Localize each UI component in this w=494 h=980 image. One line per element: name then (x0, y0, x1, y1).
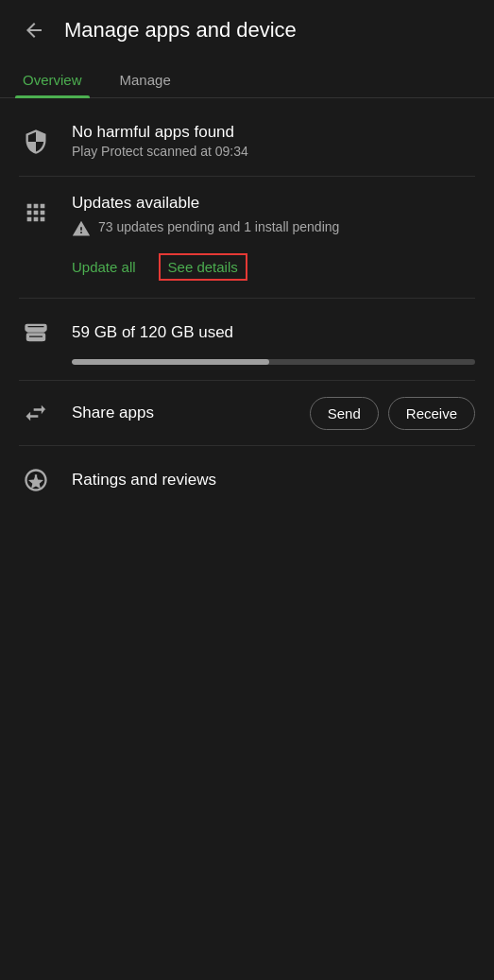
share-apps-section: Share apps Send Receive (0, 381, 494, 445)
shield-icon (19, 125, 53, 159)
page-title: Manage apps and device (64, 18, 297, 43)
play-protect-section: No harmful apps found Play Protect scann… (0, 106, 494, 176)
storage-progress-fill (72, 359, 269, 365)
receive-button[interactable]: Receive (388, 397, 475, 430)
updates-title: Updates available (72, 194, 475, 213)
updates-body: Updates available 73 updates pending and… (72, 194, 475, 242)
storage-header: 59 GB of 120 GB used (19, 316, 475, 350)
updates-section: Updates available 73 updates pending and… (0, 177, 494, 298)
tab-manage[interactable]: Manage (112, 60, 179, 97)
storage-icon (19, 316, 53, 350)
see-details-button[interactable]: See details (159, 253, 247, 281)
updates-actions: Update all See details (72, 253, 475, 281)
storage-section: 59 GB of 120 GB used (0, 299, 494, 380)
share-buttons-group: Send Receive (310, 397, 475, 430)
send-button[interactable]: Send (310, 397, 379, 430)
storage-progress-container (72, 359, 475, 365)
apps-grid-icon (19, 196, 53, 230)
tabs-bar: Overview Manage (0, 60, 494, 98)
back-button[interactable] (15, 11, 53, 49)
play-protect-title: No harmful apps found (72, 123, 475, 142)
warning-icon (72, 219, 91, 242)
header: Manage apps and device (0, 0, 494, 60)
ratings-title: Ratings and reviews (72, 471, 216, 490)
updates-warning-text: 73 updates pending and 1 install pending (98, 218, 339, 237)
content-area: No harmful apps found Play Protect scann… (0, 98, 494, 522)
play-protect-subtitle: Play Protect scanned at 09:34 (72, 144, 475, 159)
storage-title: 59 GB of 120 GB used (72, 323, 233, 342)
update-all-button[interactable]: Update all (72, 259, 136, 275)
share-apps-title: Share apps (72, 404, 310, 422)
updates-warning-row: 73 updates pending and 1 install pending (72, 218, 475, 242)
ratings-section[interactable]: Ratings and reviews (0, 446, 494, 514)
share-icon (19, 396, 53, 430)
play-protect-content: No harmful apps found Play Protect scann… (72, 123, 475, 159)
updates-header: Updates available 73 updates pending and… (19, 194, 475, 242)
ratings-icon (19, 463, 53, 497)
tab-overview[interactable]: Overview (15, 60, 90, 97)
storage-progress-track (72, 359, 475, 365)
